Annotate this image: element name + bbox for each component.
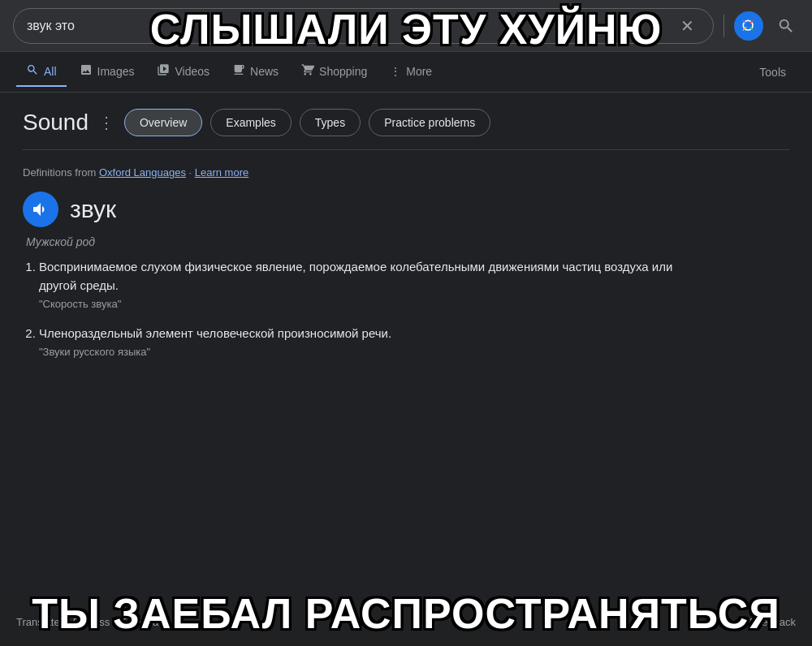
translate-link[interactable]: Translate (16, 616, 60, 628)
divider (723, 15, 724, 37)
chip-practice[interactable]: Practice problems (369, 109, 490, 136)
more-dots-icon: ⋮ (390, 65, 401, 78)
tab-videos[interactable]: Videos (147, 57, 219, 87)
search-bar: звук это ✕ (0, 0, 812, 52)
chip-examples[interactable]: Examples (210, 109, 291, 136)
main-content: Sound ⋮ Overview Examples Types Practice… (0, 93, 812, 389)
oxford-source: Definitions from Oxford Languages · Lear… (23, 166, 789, 179)
shopping-icon (301, 63, 314, 79)
search-query: звук это (27, 19, 674, 33)
tab-news[interactable]: News (222, 57, 288, 87)
word-header: звук (23, 192, 789, 227)
definition-section: Definitions from Oxford Languages · Lear… (23, 166, 789, 361)
discuss-link[interactable]: Discuss (73, 616, 110, 628)
tools-button[interactable]: Tools (749, 59, 796, 85)
clear-button[interactable]: ✕ (674, 13, 700, 39)
tab-all[interactable]: All (16, 57, 67, 87)
nav-tabs: All Images Videos News Shopping ⋮ More T… (0, 52, 812, 93)
example-quote-1: "Скорость звука" (39, 298, 121, 310)
learn-more-link[interactable]: Learn more (195, 166, 248, 179)
lens-icon[interactable] (734, 11, 763, 41)
bottom-bar: Translate Discuss Feedback Feedback (0, 597, 812, 646)
sound-title: Sound (23, 110, 89, 136)
example-quote-2: "Звуки русского языка" (39, 346, 150, 358)
sound-chips: Overview Examples Types Practice problem… (124, 109, 490, 136)
chip-overview[interactable]: Overview (124, 109, 202, 136)
tab-shopping[interactable]: Shopping (292, 57, 377, 87)
word-cyrillic: звук (70, 196, 116, 223)
chip-types[interactable]: Types (300, 109, 361, 136)
feedback-link[interactable]: Feedback (123, 616, 169, 628)
definitions-list: Воспринимаемое слухом физическое явление… (39, 258, 789, 361)
feedback-text[interactable]: Feedback (749, 616, 796, 628)
sound-header: Sound ⋮ Overview Examples Types Practice… (23, 109, 789, 150)
all-icon (26, 63, 39, 79)
search-button[interactable] (773, 13, 799, 39)
images-icon (80, 63, 93, 79)
speaker-icon[interactable] (23, 192, 58, 227)
more-options-icon[interactable]: ⋮ (98, 113, 114, 132)
tab-images[interactable]: Images (70, 57, 145, 87)
definition-item-2: Членораздельный элемент человеческой про… (39, 325, 705, 361)
bottom-links: Translate Discuss Feedback (16, 616, 169, 628)
search-input-area[interactable]: звук это ✕ (13, 8, 714, 44)
videos-icon (157, 63, 170, 79)
oxford-link[interactable]: Oxford Languages (99, 166, 186, 179)
gender-label: Мужской род (26, 235, 789, 248)
definition-item-1: Воспринимаемое слухом физическое явление… (39, 258, 705, 313)
tab-more[interactable]: ⋮ More (380, 58, 442, 86)
news-icon (232, 63, 245, 79)
